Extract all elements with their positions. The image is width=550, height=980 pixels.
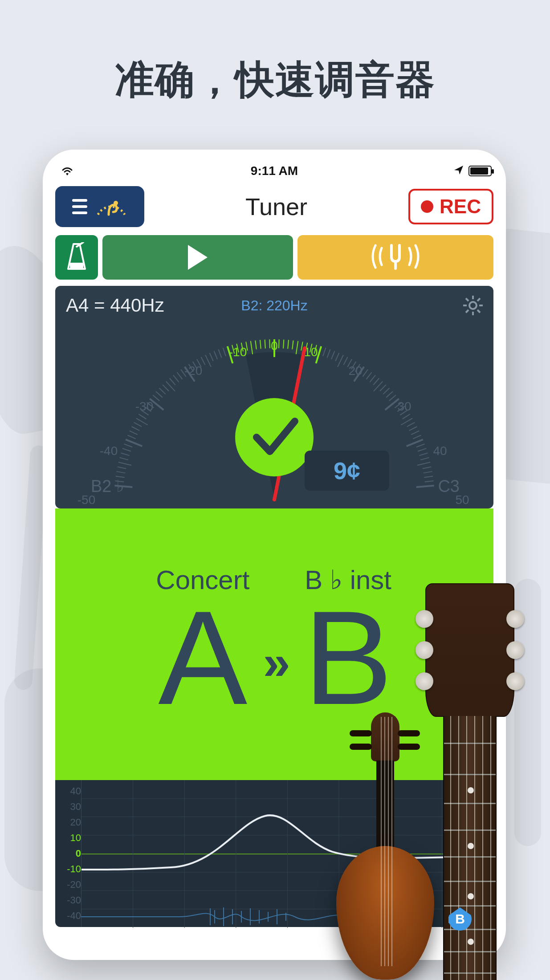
svg-line-35 (156, 391, 163, 397)
svg-line-48 (205, 355, 211, 367)
svg-line-18 (118, 462, 131, 465)
svg-line-10 (477, 310, 480, 313)
record-icon (421, 200, 433, 213)
svg-line-51 (219, 350, 222, 358)
svg-line-40 (173, 375, 179, 382)
svg-text:-10: -10 (229, 345, 247, 359)
wifi-icon (59, 164, 76, 178)
menu-button[interactable] (55, 186, 144, 227)
metronome-icon (65, 242, 88, 272)
svg-line-68 (296, 341, 298, 354)
app-title: Tuner (245, 193, 307, 220)
metronome-button[interactable] (55, 235, 98, 280)
battery-icon (469, 166, 492, 176)
gear-icon (462, 295, 484, 316)
detected-pitch-label: B2: 220Hz (241, 297, 307, 314)
play-icon (188, 245, 208, 270)
svg-line-21 (122, 448, 131, 451)
svg-text:40: 40 (433, 444, 447, 458)
svg-line-87 (373, 378, 379, 385)
svg-line-29 (139, 414, 146, 419)
svg-line-17 (118, 467, 126, 468)
svg-line-104 (416, 444, 425, 447)
svg-text:-30: -30 (135, 399, 153, 413)
svg-line-105 (418, 448, 426, 451)
svg-line-106 (419, 453, 428, 455)
reference-pitch-label: A4 = 440Hz (66, 295, 164, 316)
svg-line-59 (255, 341, 256, 350)
svg-line-99 (407, 423, 415, 427)
hamburger-icon (72, 199, 87, 214)
promo-headline: 准确，快速调音器 (0, 53, 550, 106)
svg-text:-40: -40 (100, 444, 118, 458)
svg-line-22 (124, 444, 132, 447)
svg-line-76 (331, 351, 335, 359)
svg-line-107 (420, 458, 429, 460)
svg-line-50 (214, 351, 218, 359)
svg-line-26 (132, 427, 140, 431)
svg-line-84 (363, 370, 368, 377)
play-button[interactable] (102, 235, 293, 280)
svg-line-89 (380, 385, 386, 391)
pitch-pipe-button[interactable] (297, 235, 493, 280)
svg-line-85 (367, 372, 372, 379)
svg-text:30: 30 (397, 399, 411, 413)
svg-line-64 (279, 339, 279, 348)
svg-line-24 (127, 435, 135, 439)
svg-line-37 (163, 385, 169, 391)
svg-point-4 (469, 302, 477, 309)
record-button[interactable]: REC (408, 189, 493, 224)
svg-line-52 (223, 348, 226, 356)
svg-line-77 (335, 353, 339, 361)
svg-line-90 (383, 388, 389, 394)
svg-line-102 (413, 435, 421, 439)
deviation-value: 9¢ (305, 451, 389, 491)
svg-line-113 (416, 486, 434, 487)
svg-line-108 (417, 462, 430, 465)
svg-line-27 (134, 423, 142, 427)
svg-line-65 (283, 340, 284, 349)
svg-point-126 (235, 398, 314, 476)
svg-line-9 (466, 298, 469, 301)
svg-line-69 (301, 342, 303, 351)
svg-line-86 (370, 375, 375, 382)
svg-line-19 (120, 458, 128, 460)
settings-button[interactable] (462, 295, 484, 318)
svg-line-12 (466, 310, 469, 313)
status-time: 9:11 AM (251, 164, 298, 178)
svg-line-39 (170, 378, 175, 385)
lower-note-label: B2 ♭ (91, 476, 124, 496)
svg-line-20 (121, 453, 130, 455)
svg-line-16 (117, 472, 126, 473)
upper-note-label: C3 (438, 477, 460, 496)
svg-line-100 (409, 427, 417, 431)
history-y-axis: 40 30 20 10 0 -10 -20 -30 -40 (55, 780, 81, 927)
tuner-gauge-panel: A4 = 440Hz B2: 220Hz - (55, 286, 493, 508)
svg-line-109 (423, 467, 432, 468)
instrument-note: B (304, 591, 393, 724)
svg-rect-2 (70, 263, 83, 269)
svg-line-92 (389, 395, 396, 401)
svg-line-111 (424, 476, 433, 477)
location-icon (453, 165, 464, 177)
svg-line-110 (424, 472, 432, 473)
svg-line-34 (153, 395, 159, 401)
concert-note: A (158, 591, 247, 724)
svg-text:0: 0 (271, 339, 278, 353)
svg-line-49 (210, 353, 213, 361)
guitar-illustration: B (394, 583, 541, 980)
neck-note-badge: B (448, 907, 472, 931)
svg-line-79 (343, 357, 347, 365)
svg-line-66 (288, 340, 289, 349)
svg-line-36 (159, 388, 165, 394)
svg-line-11 (477, 298, 480, 301)
svg-line-41 (177, 372, 182, 379)
svg-line-60 (260, 340, 261, 349)
status-bar: 9:11 AM (55, 160, 493, 182)
svg-line-78 (338, 355, 343, 367)
svg-line-101 (411, 431, 419, 435)
tuning-fork-icon (362, 242, 429, 273)
svg-line-97 (403, 414, 410, 419)
svg-text:20: 20 (348, 364, 362, 378)
svg-line-93 (385, 399, 399, 410)
